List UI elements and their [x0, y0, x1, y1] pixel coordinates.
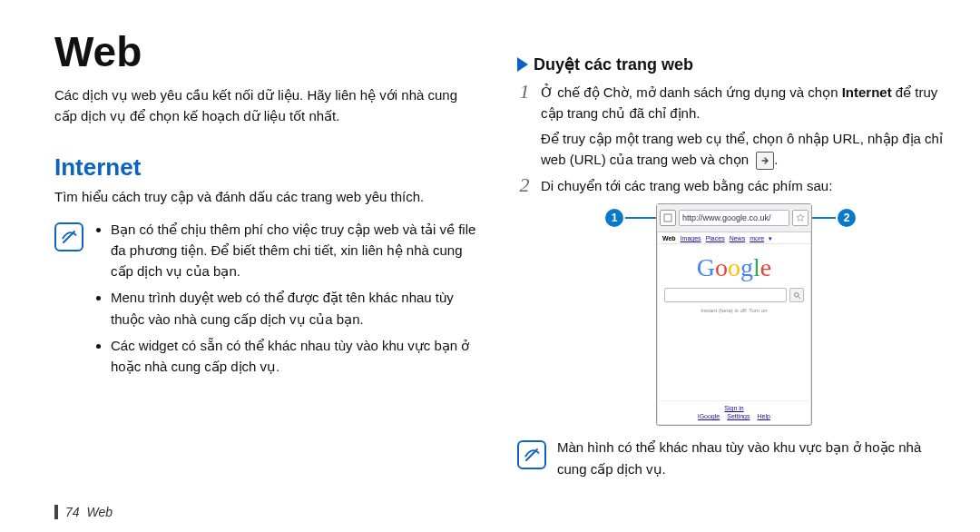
google-nav: Web Images Places News more ▾: [657, 232, 811, 244]
callout-line: [625, 217, 656, 219]
google-footer-link[interactable]: Settings: [727, 413, 750, 419]
note-icon: [517, 440, 546, 469]
step-bold: Internet: [842, 84, 892, 100]
note-bullet: Menu trình duyệt web có thể được đặt tên…: [111, 287, 481, 330]
google-instant-text: Instant (beta) is off: Turn on: [657, 306, 811, 319]
step-item: 2 Di chuyển tới các trang web bằng các p…: [517, 175, 944, 196]
svg-line-2: [798, 296, 799, 298]
internet-heading: Internet: [54, 153, 481, 182]
internet-sub-intro: Tìm hiểu cách truy cập và đánh dấu các t…: [54, 187, 481, 208]
note-block: Bạn có thể chịu thêm phí cho việc truy c…: [54, 219, 481, 383]
step-number: 2: [517, 175, 532, 195]
google-signin-link[interactable]: Sign in: [724, 405, 743, 411]
note-icon: [54, 222, 83, 251]
page-intro: Các dịch vụ web yêu cầu kết nối dữ liệu.…: [54, 85, 481, 126]
step-number: 1: [517, 82, 532, 102]
google-nav-more-icon[interactable]: ▾: [769, 235, 772, 242]
page-footer: 74 Web: [54, 505, 113, 519]
bookmark-button[interactable]: [792, 210, 808, 226]
page-icon[interactable]: [660, 210, 676, 226]
note-bullet: Bạn có thể chịu thêm phí cho việc truy c…: [111, 219, 481, 282]
footer-bar-icon: [54, 505, 58, 519]
callout-1: 1: [605, 209, 656, 227]
chevron-right-icon: [517, 57, 528, 72]
google-search-row: [657, 288, 811, 306]
google-nav-item[interactable]: Places: [706, 235, 725, 242]
google-nav-item[interactable]: News: [730, 235, 746, 242]
note-bullet: Các widget có sẵn có thể khác nhau tùy v…: [111, 335, 481, 378]
google-logo: Google: [657, 244, 811, 288]
section-title: Duyệt các trang web: [534, 54, 693, 74]
google-search-button[interactable]: [789, 288, 804, 302]
page-section-name: Web: [87, 505, 113, 519]
url-field[interactable]: http://www.google.co.uk/: [679, 210, 789, 226]
step-text: Để truy cập một trang web cụ thể, chọn ô…: [541, 131, 943, 167]
note-bullet-list: Bạn có thể chịu thêm phí cho việc truy c…: [94, 219, 481, 383]
step-body: Ở chế độ Chờ, mở danh sách ứng dụng và c…: [541, 82, 944, 170]
page-title: Web: [54, 27, 481, 76]
google-nav-item[interactable]: Web: [662, 235, 676, 242]
browser-url-bar: http://www.google.co.uk/: [657, 204, 811, 232]
note-text: Màn hình có thể khác nhau tùy vào khu vự…: [557, 437, 944, 479]
callout-2: 2: [812, 209, 856, 227]
step-text: Di chuyển tới các trang web bằng các phí…: [541, 178, 832, 193]
google-footer: Sign in iGoogle Settings Help: [657, 400, 811, 425]
svg-point-1: [794, 292, 799, 297]
page-number: 74: [65, 505, 80, 519]
callout-number: 1: [605, 209, 623, 227]
phone-screenshot-wrap: 1 http://www.google.co.uk/ Web Images P: [517, 203, 944, 426]
step-body: Di chuyển tới các trang web bằng các phí…: [541, 175, 944, 196]
section-header: Duyệt các trang web: [517, 54, 944, 74]
callout-number: 2: [838, 209, 856, 227]
steps-list: 1 Ở chế độ Chờ, mở danh sách ứng dụng và…: [517, 82, 944, 196]
step-item: 1 Ở chế độ Chờ, mở danh sách ứng dụng và…: [517, 82, 944, 170]
right-column: Duyệt các trang web 1 Ở chế độ Chờ, mở d…: [517, 27, 944, 479]
callout-line: [812, 217, 836, 219]
step-text: .: [774, 152, 778, 167]
google-footer-link[interactable]: Help: [758, 413, 770, 419]
phone-frame: http://www.google.co.uk/ Web Images Plac…: [656, 203, 812, 426]
step-text: Ở chế độ Chờ, mở danh sách ứng dụng và c…: [541, 84, 842, 100]
svg-rect-0: [664, 214, 671, 222]
note-block: Màn hình có thể khác nhau tùy vào khu vự…: [517, 437, 944, 479]
go-arrow-icon: [756, 152, 774, 170]
google-search-input[interactable]: [664, 288, 787, 302]
google-nav-item[interactable]: Images: [681, 235, 701, 242]
left-column: Web Các dịch vụ web yêu cầu kết nối dữ l…: [54, 27, 481, 479]
google-nav-item[interactable]: more: [750, 235, 764, 242]
google-footer-link[interactable]: iGoogle: [698, 413, 720, 419]
